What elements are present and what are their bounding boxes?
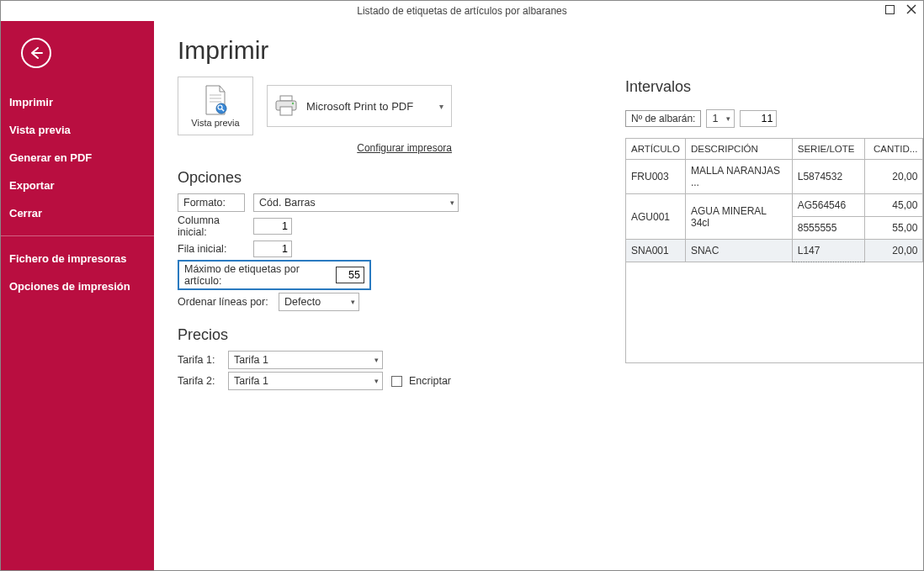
page-title: Imprimir — [178, 36, 900, 65]
max-etiquetas-input[interactable] — [336, 267, 364, 283]
table-row[interactable]: SNA001SNACL14720,0020 — [626, 240, 925, 262]
vista-previa-label: Vista previa — [191, 118, 239, 128]
col-articulo[interactable]: ARTÍCULO — [626, 139, 686, 160]
cell-serie: AG564546 — [792, 194, 864, 217]
table-empty-area — [625, 262, 924, 363]
chevron-down-icon: ▾ — [351, 298, 355, 306]
vista-previa-button[interactable]: Vista previa — [178, 77, 253, 135]
svg-rect-0 — [885, 5, 894, 13]
col-descripcion[interactable]: DESCRIPCIÓN — [685, 139, 792, 160]
sidebar-item-cerrar[interactable]: Cerrar — [1, 199, 154, 227]
tarifa2-label: Tarifa 2: — [178, 375, 220, 387]
chevron-down-icon: ▾ — [726, 114, 730, 123]
printer-icon — [274, 95, 298, 117]
col-cantidad[interactable]: CANTID... — [864, 139, 923, 160]
close-button[interactable] — [905, 3, 918, 16]
chevron-down-icon: ▾ — [374, 356, 379, 364]
sidebar-item-imprimir[interactable]: Imprimir — [1, 88, 154, 116]
printer-name: Microsoft Print to PDF — [306, 100, 413, 113]
sidebar-item-exportar[interactable]: Exportar — [1, 172, 154, 199]
cell-descripcion: MALLA NARANJAS ... — [685, 160, 792, 194]
tarifa1-select[interactable]: Tarifa 1 ▾ — [228, 351, 383, 369]
columna-inicial-input[interactable] — [253, 218, 292, 235]
cell-cantidad: 55,00 — [864, 217, 923, 240]
intervalos-table: ARTÍCULO DESCRIPCIÓN SERIE/LOTE CANTID..… — [625, 138, 924, 262]
cell-articulo: AGU001 — [626, 194, 686, 240]
sidebar-item-vista-previa[interactable]: Vista previa — [1, 116, 154, 144]
svg-point-12 — [292, 103, 294, 104]
table-row[interactable]: AGU001AGUA MINERAL 34clAG56454645,0045 — [626, 194, 925, 217]
n-albaran-button[interactable]: Nº de albarán: — [625, 110, 701, 127]
col-serie[interactable]: SERIE/LOTE — [792, 139, 864, 160]
cell-descripcion: AGUA MINERAL 34cl — [685, 194, 792, 240]
table-row[interactable]: FRU003MALLA NARANJAS ...L587453220,0020 — [626, 160, 925, 194]
back-button[interactable] — [21, 38, 51, 68]
printer-select[interactable]: Microsoft Print to PDF ▾ — [267, 85, 452, 127]
columna-inicial-label: Columna inicial: — [178, 214, 245, 238]
albaran-from-select[interactable]: 1 ▾ — [706, 109, 735, 128]
cell-descripcion: SNAC — [685, 240, 792, 262]
cell-serie: L147 — [792, 240, 864, 262]
configurar-impresora-link[interactable]: Configurar impresora — [178, 142, 452, 154]
cell-serie: 8555555 — [792, 217, 864, 240]
window-title: Listado de etiquetas de artículos por al… — [357, 5, 567, 17]
fila-inicial-label: Fila inicial: — [178, 243, 245, 255]
ordenar-label: Ordenar líneas por: — [178, 296, 270, 308]
fila-inicial-input[interactable] — [253, 241, 292, 257]
sidebar-separator — [1, 235, 154, 236]
chevron-down-icon: ▾ — [436, 86, 446, 126]
sidebar-item-opciones-impresion[interactable]: Opciones de impresión — [1, 272, 154, 300]
maximize-button[interactable] — [883, 3, 896, 16]
tarifa1-label: Tarifa 1: — [178, 354, 220, 366]
svg-rect-11 — [280, 107, 292, 115]
max-etiquetas-label: Máximo de etiquetas por artículo: — [184, 263, 327, 287]
cell-articulo: FRU003 — [626, 160, 686, 194]
cell-cantidad: 20,00 — [864, 240, 923, 262]
sidebar-item-fichero-impresoras[interactable]: Fichero de impresoras — [1, 245, 154, 272]
intervalos-heading: Intervalos — [625, 78, 924, 96]
cell-articulo: SNA001 — [626, 240, 686, 262]
cell-serie: L5874532 — [792, 160, 864, 194]
max-etiquetas-row: Máximo de etiquetas por artículo: — [178, 260, 371, 290]
tarifa2-select[interactable]: Tarifa 1 ▾ — [228, 372, 383, 390]
titlebar: Listado de etiquetas de artículos por al… — [1, 1, 923, 21]
encriptar-checkbox[interactable]: Encriptar — [391, 375, 451, 387]
cell-cantidad: 45,00 — [864, 194, 923, 217]
svg-rect-9 — [280, 96, 292, 101]
formato-label-button[interactable]: Formato: — [178, 193, 245, 212]
document-preview-icon — [203, 85, 228, 115]
formato-select[interactable]: Cód. Barras ▾ — [253, 193, 459, 212]
checkbox-empty-icon — [391, 376, 402, 387]
chevron-down-icon: ▾ — [374, 377, 379, 385]
cell-cantidad: 20,00 — [864, 160, 923, 194]
sidebar: Imprimir Vista previa Generar en PDF Exp… — [1, 21, 154, 570]
ordenar-select[interactable]: Defecto ▾ — [279, 293, 359, 311]
albaran-to-input[interactable] — [740, 110, 777, 127]
chevron-down-icon: ▾ — [450, 198, 454, 207]
sidebar-item-generar-pdf[interactable]: Generar en PDF — [1, 144, 154, 172]
